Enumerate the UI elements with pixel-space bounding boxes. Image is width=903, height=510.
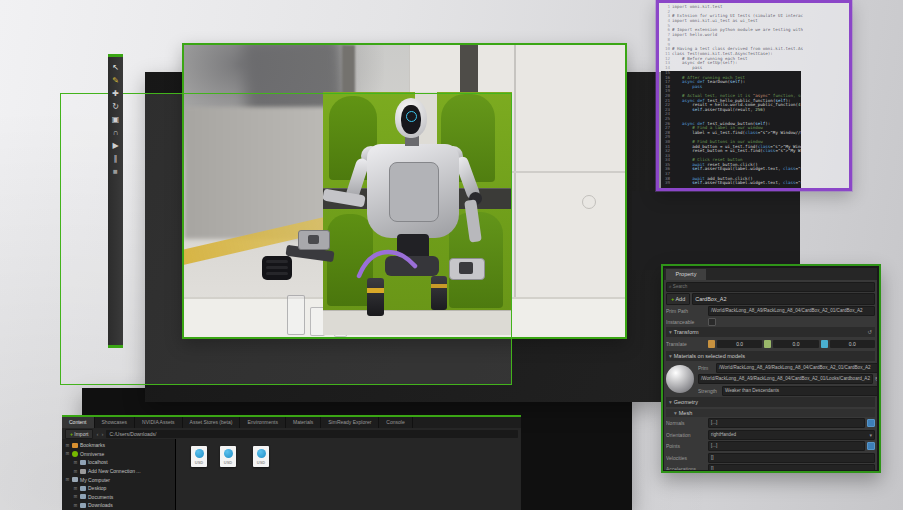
- code-line: 14 pass: [661, 66, 803, 71]
- usd-file-1[interactable]: USD: [191, 446, 207, 467]
- geometry-row-label: Accelerations: [666, 466, 706, 470]
- prim-path-field[interactable]: /World/RackLong_A8_A9/RackLong_A8_04/Car…: [708, 306, 875, 316]
- usd-file-2[interactable]: USD: [220, 446, 236, 467]
- material-path-field[interactable]: /World/RackLong_A8_A9/RackLong_A8_04/Car…: [698, 374, 873, 384]
- cabinet-seam-v: [514, 45, 516, 305]
- tree-item-bookmarks[interactable]: ⊞Bookmarks: [62, 441, 175, 450]
- material-refresh-icon[interactable]: ↻: [875, 376, 877, 382]
- folder-icon: [80, 494, 86, 499]
- expand-icon[interactable]: ⊞: [73, 503, 78, 508]
- tab-asset-stores-beta-[interactable]: Asset Stores (beta): [183, 417, 241, 428]
- prim-name-field[interactable]: CardBox_A2: [692, 293, 875, 305]
- materials-section-header[interactable]: ▾ Materials on selected models: [666, 351, 875, 361]
- usd-file-type-label: USD: [191, 460, 207, 465]
- instanceable-checkbox[interactable]: [708, 318, 716, 326]
- plus-icon: +: [671, 296, 674, 302]
- forward-arrow-icon[interactable]: ›: [101, 431, 103, 437]
- geometry-row-value[interactable]: rightHanded▾: [708, 430, 875, 440]
- tree-item-add-new-connection-[interactable]: ⊞Add New Connection ...: [62, 467, 175, 476]
- expand-icon[interactable]: ⊞: [73, 469, 78, 474]
- instanceable-label: Instanceable: [666, 319, 706, 325]
- attribute-checkbox[interactable]: [867, 419, 875, 427]
- robot-color-viewport[interactable]: [323, 92, 512, 335]
- snap-tool-icon[interactable]: ∩: [109, 126, 122, 139]
- expand-icon[interactable]: ⊞: [73, 460, 78, 465]
- expand-icon[interactable]: ⊞: [73, 494, 78, 499]
- tab-showcases[interactable]: Showcases: [95, 417, 136, 428]
- bottle-2: [431, 276, 447, 310]
- tree-item-label: Downloads: [88, 502, 113, 508]
- translate-x-field[interactable]: 0.0: [717, 340, 762, 348]
- pause-button-icon[interactable]: ∥: [109, 152, 122, 165]
- caret-down-icon: ▾: [669, 351, 672, 361]
- paint-tool-icon[interactable]: ✎: [109, 74, 122, 87]
- property-search-input[interactable]: ⌕ Search: [666, 282, 875, 292]
- bottle-1-band: [367, 288, 384, 293]
- property-tabbar: Property: [664, 268, 877, 280]
- back-arrow-icon[interactable]: ‹: [96, 431, 98, 437]
- import-button[interactable]: + Import: [65, 429, 93, 439]
- tab-environments[interactable]: Environments: [240, 417, 286, 428]
- caret-down-icon: ▾: [669, 397, 672, 407]
- tree-item-desktop[interactable]: ⊞Desktop: [62, 484, 175, 493]
- tab-nvidia-assets[interactable]: NVIDIA Assets: [135, 417, 183, 428]
- tree-item-downloads[interactable]: ⊞Downloads: [62, 501, 175, 510]
- tab-materials[interactable]: Materials: [286, 417, 321, 428]
- caret-down-icon: ▾: [674, 409, 677, 417]
- tree-item-label: Omniverse: [80, 451, 104, 457]
- usd-file-3[interactable]: USD: [253, 446, 269, 467]
- stop-button-icon[interactable]: ■: [109, 165, 122, 178]
- play-button-icon[interactable]: ▶: [109, 139, 122, 152]
- material-prim-field[interactable]: /World/RackLong_A8_A9/RackLong_A8_04/Car…: [716, 363, 877, 373]
- geometry-row-value[interactable]: [...]: [708, 441, 865, 451]
- geometry-row-label: Velocities: [666, 455, 706, 461]
- expand-icon[interactable]: ⊞: [65, 451, 70, 456]
- plus-icon: +: [70, 431, 73, 437]
- plug-icon: [80, 469, 86, 474]
- translate-label: Translate: [666, 341, 706, 347]
- axis-z-swatch: [821, 340, 828, 348]
- tree-item-documents[interactable]: ⊞Documents: [62, 493, 175, 502]
- translate-z-field[interactable]: 0.0: [830, 340, 875, 348]
- gripper-slot: [459, 262, 473, 274]
- tab-content[interactable]: Content: [62, 417, 95, 428]
- transform-section-header[interactable]: ▾ Transform ↺: [666, 327, 875, 337]
- add-button[interactable]: + Add: [666, 293, 690, 305]
- glass-beaker-1: [287, 295, 305, 335]
- expand-icon[interactable]: ⊞: [73, 486, 78, 491]
- expand-icon[interactable]: ⊞: [65, 443, 70, 448]
- bottle-2-band: [431, 284, 447, 288]
- translate-y-field[interactable]: 0.0: [773, 340, 818, 348]
- path-field[interactable]: C:/Users/Downloads/: [106, 430, 518, 438]
- content-tree: ⊞Bookmarks⊞Omniverse⊞localhost⊞Add New C…: [62, 439, 176, 510]
- tree-item-my-computer[interactable]: ⊞My Computer: [62, 475, 175, 484]
- dark-fingers: [266, 260, 288, 263]
- geometry-row-value[interactable]: []: [708, 453, 875, 463]
- tab-property[interactable]: Property: [666, 269, 706, 280]
- tree-item-omniverse[interactable]: ⊞Omniverse: [62, 450, 175, 459]
- scale-tool-icon[interactable]: ▣: [109, 113, 122, 126]
- attribute-checkbox[interactable]: [867, 442, 875, 450]
- script-editor-panel[interactable]: 1import omni.kit.test2 3# Extnsion for w…: [656, 0, 852, 191]
- geometry-section-header[interactable]: ▾ Geometry: [666, 397, 875, 407]
- strength-dropdown[interactable]: Weaker than Descendants ▾: [722, 386, 877, 396]
- tab-console[interactable]: Console: [379, 417, 412, 428]
- geometry-row-value[interactable]: [...]: [708, 418, 865, 428]
- geometry-row-value[interactable]: []: [708, 464, 875, 470]
- expand-icon[interactable]: ⊞: [65, 477, 70, 482]
- transform-options-icon[interactable]: ↺: [867, 327, 872, 337]
- rotate-tool-icon[interactable]: ↻: [109, 100, 122, 113]
- tree-item-label: Desktop: [88, 485, 106, 491]
- robot-forearm-right: [464, 199, 482, 242]
- content-files-area[interactable]: USDUSDUSD: [176, 439, 521, 510]
- computer-icon: [72, 477, 78, 482]
- tree-item-localhost[interactable]: ⊞localhost: [62, 458, 175, 467]
- content-toolbar: + Import ‹ › C:/Users/Downloads/: [62, 428, 521, 439]
- tab-simready-explorer[interactable]: SimReady Explorer: [321, 417, 379, 428]
- move-tool-icon[interactable]: ✚: [109, 87, 122, 100]
- geometry-row-normals: Normals[...]: [666, 418, 875, 428]
- select-tool-icon[interactable]: ↖: [109, 61, 122, 74]
- content-tabbar: ContentShowcasesNVIDIA AssetsAsset Store…: [62, 417, 521, 428]
- mesh-subsection-header[interactable]: ▾ Mesh: [666, 409, 875, 417]
- folder-icon: [80, 486, 86, 491]
